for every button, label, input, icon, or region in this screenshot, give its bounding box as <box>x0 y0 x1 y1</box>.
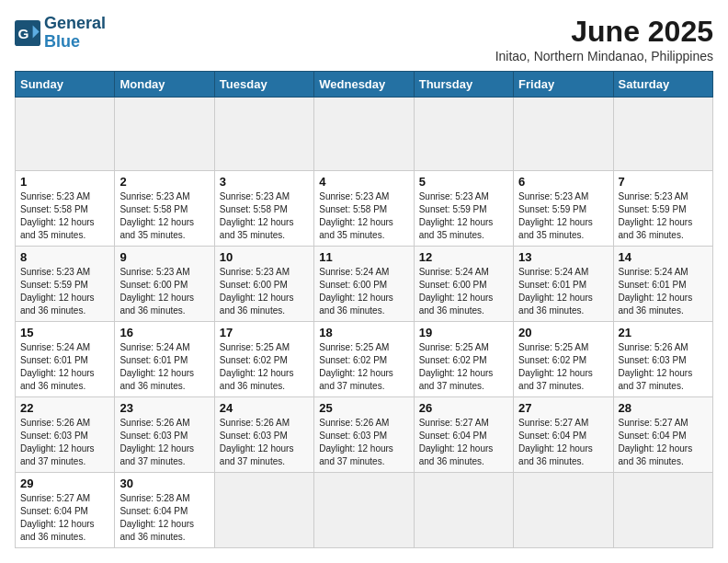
day-info: Sunrise: 5:25 AM Sunset: 6:02 PM Dayligh… <box>319 341 408 393</box>
day-info: Sunrise: 5:26 AM Sunset: 6:03 PM Dayligh… <box>20 417 109 468</box>
day-number: 27 <box>518 401 608 415</box>
calendar-cell: 1Sunrise: 5:23 AM Sunset: 5:58 PM Daylig… <box>16 171 115 247</box>
calendar-cell <box>214 98 313 171</box>
day-number: 1 <box>20 175 109 189</box>
day-number: 17 <box>220 326 309 339</box>
calendar-cell: 25Sunrise: 5:26 AM Sunset: 6:03 PM Dayli… <box>314 397 414 473</box>
calendar-cell <box>414 98 513 171</box>
day-number: 12 <box>419 250 508 264</box>
calendar-cell: 16Sunrise: 5:24 AM Sunset: 6:01 PM Dayli… <box>115 322 214 397</box>
calendar-cell: 2Sunrise: 5:23 AM Sunset: 5:58 PM Daylig… <box>115 171 214 247</box>
calendar-cell <box>514 473 613 548</box>
logo-icon: G <box>15 20 40 46</box>
day-number: 7 <box>619 175 708 189</box>
day-info: Sunrise: 5:27 AM Sunset: 6:04 PM Dayligh… <box>20 492 109 544</box>
calendar-cell: 23Sunrise: 5:26 AM Sunset: 6:03 PM Dayli… <box>115 397 214 473</box>
calendar-week-row: 29Sunrise: 5:27 AM Sunset: 6:04 PM Dayli… <box>16 473 713 548</box>
calendar-cell <box>613 473 712 548</box>
calendar-cell: 27Sunrise: 5:27 AM Sunset: 6:04 PM Dayli… <box>514 397 613 473</box>
calendar-cell: 24Sunrise: 5:26 AM Sunset: 6:03 PM Dayli… <box>214 397 313 473</box>
logo-line2: Blue <box>44 32 80 51</box>
calendar-cell: 8Sunrise: 5:23 AM Sunset: 5:59 PM Daylig… <box>16 247 115 322</box>
day-number: 22 <box>20 401 109 415</box>
weekday-header-saturday: Saturday <box>613 72 712 98</box>
calendar-cell <box>314 473 414 548</box>
calendar-table: SundayMondayTuesdayWednesdayThursdayFrid… <box>15 71 713 548</box>
day-info: Sunrise: 5:23 AM Sunset: 5:58 PM Dayligh… <box>119 190 209 242</box>
day-number: 8 <box>20 250 109 264</box>
day-info: Sunrise: 5:23 AM Sunset: 5:58 PM Dayligh… <box>319 190 408 242</box>
day-info: Sunrise: 5:27 AM Sunset: 6:04 PM Dayligh… <box>419 417 508 468</box>
calendar-cell <box>16 98 115 171</box>
calendar-week-row: 15Sunrise: 5:24 AM Sunset: 6:01 PM Dayli… <box>16 322 713 397</box>
calendar-cell: 28Sunrise: 5:27 AM Sunset: 6:04 PM Dayli… <box>613 397 712 473</box>
calendar-week-row: 8Sunrise: 5:23 AM Sunset: 5:59 PM Daylig… <box>16 247 713 322</box>
day-number: 24 <box>220 401 309 415</box>
calendar-cell: 20Sunrise: 5:25 AM Sunset: 6:02 PM Dayli… <box>514 322 613 397</box>
day-number: 15 <box>20 326 109 339</box>
day-info: Sunrise: 5:26 AM Sunset: 6:03 PM Dayligh… <box>119 417 209 468</box>
day-info: Sunrise: 5:26 AM Sunset: 6:03 PM Dayligh… <box>220 417 309 468</box>
day-info: Sunrise: 5:25 AM Sunset: 6:02 PM Dayligh… <box>419 341 508 393</box>
calendar-week-row <box>16 98 713 171</box>
calendar-cell <box>115 98 214 171</box>
calendar-cell <box>214 473 313 548</box>
page-header: G General Blue June 2025 Initao, Norther… <box>15 15 713 63</box>
calendar-cell: 21Sunrise: 5:26 AM Sunset: 6:03 PM Dayli… <box>613 322 712 397</box>
day-number: 4 <box>319 175 408 189</box>
day-number: 6 <box>518 175 608 189</box>
day-info: Sunrise: 5:23 AM Sunset: 6:00 PM Dayligh… <box>119 266 209 317</box>
day-number: 21 <box>619 326 708 339</box>
weekday-header-row: SundayMondayTuesdayWednesdayThursdayFrid… <box>16 72 713 98</box>
day-number: 11 <box>319 250 408 264</box>
day-info: Sunrise: 5:23 AM Sunset: 5:59 PM Dayligh… <box>419 190 508 242</box>
day-info: Sunrise: 5:23 AM Sunset: 6:00 PM Dayligh… <box>220 266 309 317</box>
calendar-cell: 26Sunrise: 5:27 AM Sunset: 6:04 PM Dayli… <box>414 397 513 473</box>
day-info: Sunrise: 5:26 AM Sunset: 6:03 PM Dayligh… <box>619 341 708 393</box>
day-number: 3 <box>220 175 309 189</box>
day-number: 10 <box>220 250 309 264</box>
title-block: June 2025 Initao, Northern Mindanao, Phi… <box>495 15 713 63</box>
day-number: 19 <box>419 326 508 339</box>
day-info: Sunrise: 5:23 AM Sunset: 5:58 PM Dayligh… <box>220 190 309 242</box>
calendar-cell: 6Sunrise: 5:23 AM Sunset: 5:59 PM Daylig… <box>514 171 613 247</box>
calendar-cell: 17Sunrise: 5:25 AM Sunset: 6:02 PM Dayli… <box>214 322 313 397</box>
calendar-week-row: 1Sunrise: 5:23 AM Sunset: 5:58 PM Daylig… <box>16 171 713 247</box>
calendar-cell: 18Sunrise: 5:25 AM Sunset: 6:02 PM Dayli… <box>314 322 414 397</box>
day-info: Sunrise: 5:24 AM Sunset: 6:00 PM Dayligh… <box>419 266 508 317</box>
weekday-header-friday: Friday <box>514 72 613 98</box>
day-number: 14 <box>619 250 708 264</box>
day-number: 23 <box>119 401 209 415</box>
weekday-header-tuesday: Tuesday <box>214 72 313 98</box>
day-info: Sunrise: 5:24 AM Sunset: 6:01 PM Dayligh… <box>20 341 109 393</box>
day-info: Sunrise: 5:23 AM Sunset: 5:58 PM Dayligh… <box>20 190 109 242</box>
day-number: 25 <box>319 401 408 415</box>
day-info: Sunrise: 5:23 AM Sunset: 5:59 PM Dayligh… <box>619 190 708 242</box>
calendar-week-row: 22Sunrise: 5:26 AM Sunset: 6:03 PM Dayli… <box>16 397 713 473</box>
day-info: Sunrise: 5:27 AM Sunset: 6:04 PM Dayligh… <box>518 417 608 468</box>
day-info: Sunrise: 5:24 AM Sunset: 6:00 PM Dayligh… <box>319 266 408 317</box>
logo: G General Blue <box>15 15 106 52</box>
day-number: 9 <box>119 250 209 264</box>
weekday-header-monday: Monday <box>115 72 214 98</box>
day-info: Sunrise: 5:27 AM Sunset: 6:04 PM Dayligh… <box>619 417 708 468</box>
location: Initao, Northern Mindanao, Philippines <box>495 49 713 63</box>
calendar-cell: 4Sunrise: 5:23 AM Sunset: 5:58 PM Daylig… <box>314 171 414 247</box>
day-number: 28 <box>619 401 708 415</box>
calendar-cell: 13Sunrise: 5:24 AM Sunset: 6:01 PM Dayli… <box>514 247 613 322</box>
day-info: Sunrise: 5:25 AM Sunset: 6:02 PM Dayligh… <box>220 341 309 393</box>
day-info: Sunrise: 5:25 AM Sunset: 6:02 PM Dayligh… <box>518 341 608 393</box>
day-number: 2 <box>119 175 209 189</box>
calendar-cell: 12Sunrise: 5:24 AM Sunset: 6:00 PM Dayli… <box>414 247 513 322</box>
weekday-header-sunday: Sunday <box>16 72 115 98</box>
month-title: June 2025 <box>495 15 713 49</box>
calendar-cell: 9Sunrise: 5:23 AM Sunset: 6:00 PM Daylig… <box>115 247 214 322</box>
svg-text:G: G <box>18 25 29 40</box>
day-number: 13 <box>518 250 608 264</box>
day-info: Sunrise: 5:24 AM Sunset: 6:01 PM Dayligh… <box>518 266 608 317</box>
day-number: 29 <box>20 477 109 490</box>
day-info: Sunrise: 5:28 AM Sunset: 6:04 PM Dayligh… <box>119 492 209 544</box>
calendar-cell: 22Sunrise: 5:26 AM Sunset: 6:03 PM Dayli… <box>16 397 115 473</box>
day-number: 5 <box>419 175 508 189</box>
day-info: Sunrise: 5:24 AM Sunset: 6:01 PM Dayligh… <box>619 266 708 317</box>
